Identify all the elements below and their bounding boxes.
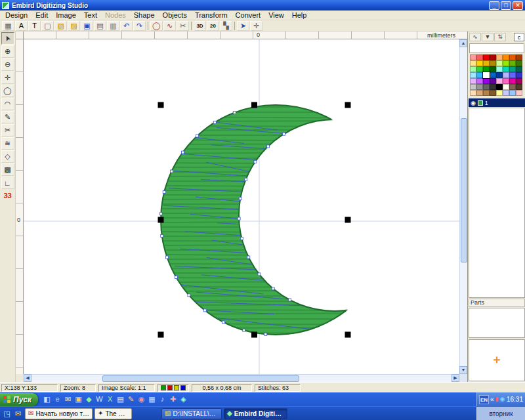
- ql-gem[interactable]: ◈: [178, 396, 188, 403]
- palette-swatch[interactable]: [496, 90, 503, 96]
- scroll-right-button[interactable]: ▶: [452, 374, 459, 382]
- column-tool[interactable]: ≋: [1, 137, 14, 150]
- stitch-node[interactable]: [238, 217, 240, 220]
- palette-swatch[interactable]: [483, 78, 490, 84]
- ql-app-1[interactable]: ▣: [74, 396, 83, 403]
- palette-swatch[interactable]: [503, 66, 509, 72]
- selection-handle[interactable]: [345, 332, 351, 338]
- ql-app-2[interactable]: ◆: [84, 396, 94, 403]
- ql-excel[interactable]: X: [105, 396, 115, 403]
- parts-list[interactable]: [469, 308, 525, 338]
- stitch-node[interactable]: [213, 121, 216, 124]
- ql-grid[interactable]: ▦: [147, 396, 157, 403]
- arc-tool[interactable]: ◠: [1, 98, 14, 110]
- sort-button[interactable]: ⇅: [494, 33, 506, 41]
- menu-design[interactable]: Design: [1, 11, 32, 19]
- palette-swatch[interactable]: [476, 60, 483, 66]
- menu-transform[interactable]: Transform: [191, 11, 232, 19]
- stitch-node[interactable]: [283, 133, 285, 135]
- arrow-right-button[interactable]: ➤: [237, 21, 249, 31]
- menu-edit[interactable]: Edit: [32, 11, 52, 19]
- task-thebat[interactable]: ✦The Bat!: [94, 408, 132, 419]
- palette-swatch[interactable]: [483, 54, 490, 60]
- stitch-node[interactable]: [203, 309, 206, 312]
- stitch-node[interactable]: [245, 178, 247, 180]
- open-folder-button[interactable]: ▧: [54, 21, 67, 31]
- palette-swatch[interactable]: [490, 84, 496, 90]
- palette-swatch[interactable]: [516, 54, 522, 60]
- selection-handle[interactable]: [251, 102, 257, 108]
- outline-tool[interactable]: ◇: [1, 150, 14, 163]
- task-embird[interactable]: ◆Embird Digitizing Stud...: [224, 408, 287, 419]
- stitch-node[interactable]: [222, 321, 225, 324]
- copy-button[interactable]: ▥: [107, 21, 119, 31]
- palette-swatch[interactable]: [490, 90, 496, 96]
- palette-swatch[interactable]: [470, 66, 476, 72]
- pan-tool[interactable]: ✛: [1, 72, 14, 84]
- stitch-node[interactable]: [240, 237, 243, 240]
- clock[interactable]: 16:31: [507, 396, 523, 403]
- palette-swatch[interactable]: [496, 72, 503, 78]
- palette-swatch[interactable]: [470, 84, 476, 90]
- selection-handle[interactable]: [345, 217, 351, 223]
- palette-swatch[interactable]: [503, 72, 509, 78]
- tray-collapse-button[interactable]: «: [490, 396, 494, 403]
- grid-20-button[interactable]: 20: [207, 21, 219, 31]
- language-indicator[interactable]: EN: [479, 395, 489, 404]
- zoom-out-tool[interactable]: ⊖: [1, 58, 14, 71]
- canvas-area[interactable]: [24, 39, 459, 374]
- palette-swatch[interactable]: [483, 66, 490, 72]
- visibility-icon[interactable]: ◉: [471, 100, 476, 106]
- stitch-node[interactable]: [163, 191, 165, 194]
- selection-handle[interactable]: [345, 102, 351, 108]
- vertical-scroll-thumb[interactable]: [461, 118, 467, 262]
- menu-image[interactable]: Image: [52, 11, 80, 19]
- palette-swatch[interactable]: [516, 90, 522, 96]
- vertical-scrollbar[interactable]: ▲ ▼: [459, 39, 467, 374]
- palette-swatch[interactable]: [476, 66, 483, 72]
- palette-swatch[interactable]: [509, 90, 516, 96]
- object-list[interactable]: [469, 108, 525, 298]
- stitch-node[interactable]: [267, 145, 270, 148]
- palette-swatch[interactable]: [490, 66, 496, 72]
- palette-swatch[interactable]: [503, 60, 509, 66]
- selection-handle[interactable]: [251, 332, 257, 338]
- minimize-button[interactable]: _: [489, 1, 499, 10]
- stitch-node[interactable]: [159, 213, 162, 215]
- palette-swatch[interactable]: [503, 54, 509, 60]
- stitch-view-button[interactable]: ▚: [220, 21, 232, 31]
- palette-swatch[interactable]: [509, 54, 516, 60]
- palette-swatch[interactable]: [476, 84, 483, 90]
- palette-swatch[interactable]: [496, 78, 503, 84]
- palette-swatch[interactable]: [509, 60, 516, 66]
- palette-swatch[interactable]: [503, 78, 509, 84]
- palette-swatch[interactable]: [476, 72, 483, 78]
- horizontal-scrollbar[interactable]: ◀ ▶: [24, 374, 459, 382]
- save-button[interactable]: ▣: [81, 21, 93, 31]
- freehand-tool[interactable]: ✎: [1, 111, 14, 123]
- scissors-button[interactable]: ✂: [177, 21, 189, 31]
- knife-tool[interactable]: ✂: [1, 124, 14, 136]
- task-forum[interactable]: ✉Начать новую тему :: В...: [25, 408, 93, 419]
- palette-swatch[interactable]: [483, 90, 490, 96]
- palette-swatch[interactable]: [509, 84, 516, 90]
- menu-help[interactable]: Help: [288, 11, 311, 19]
- palette-swatch[interactable]: [516, 66, 522, 72]
- import-button[interactable]: ▨: [68, 21, 80, 31]
- stitch-node[interactable]: [161, 234, 163, 237]
- tray-icon-red[interactable]: ▮: [495, 396, 499, 402]
- palette-swatch[interactable]: [483, 84, 490, 90]
- new-file-button[interactable]: ▢: [41, 21, 54, 31]
- circle-tool[interactable]: ◯: [1, 85, 14, 97]
- text-t-button[interactable]: T: [28, 21, 41, 31]
- ql-notes[interactable]: ▤: [116, 396, 125, 403]
- menu-shape[interactable]: Shape: [130, 11, 159, 19]
- palette-swatch[interactable]: [509, 66, 516, 72]
- palette-swatch[interactable]: [496, 60, 503, 66]
- stitch-node[interactable]: [233, 112, 236, 114]
- view-3d-button[interactable]: 3D: [194, 21, 206, 31]
- stitch-node[interactable]: [264, 333, 267, 335]
- palette-swatch[interactable]: [516, 72, 522, 78]
- wave-shape-button[interactable]: ∿: [163, 21, 176, 31]
- stitch-node[interactable]: [196, 135, 199, 137]
